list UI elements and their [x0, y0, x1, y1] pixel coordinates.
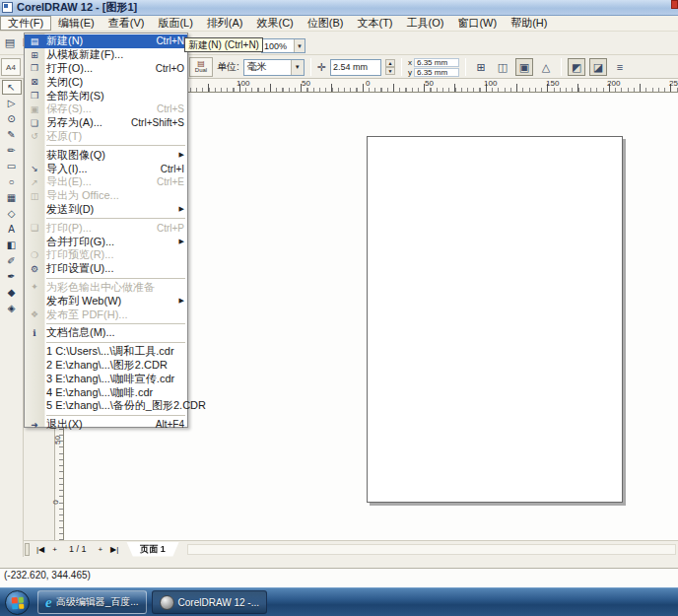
menu-item-label: 3 E:\zhang\...\咖啡宣传.cdr [44, 372, 184, 386]
splitter-handle[interactable] [25, 543, 30, 556]
smart-drawing-tool[interactable]: ✏ [2, 143, 22, 158]
duplicate-x-field[interactable]: 6.35 mm [414, 58, 459, 67]
new-document-icon[interactable]: ▤ [1, 34, 19, 51]
menu-item-recent-file-2[interactable]: 2 E:\zhang\...\图形2.CDR [25, 359, 187, 373]
menu-item-print-merge[interactable]: 合并打印(G)... ▶ [25, 235, 187, 248]
new-button-tooltip: 新建(N) (Ctrl+N) [184, 37, 263, 52]
file-menu: ▤ 新建(N) Ctrl+N ⊞ 从模板新建(F)... ❐ 打开(O)... … [24, 33, 188, 428]
start-button[interactable] [5, 590, 30, 615]
menu-item-recent-file-5[interactable]: 5 E:\zhang\...\备份的_图形2.CDR [25, 399, 187, 413]
fill-tool[interactable]: ◆ [2, 285, 22, 300]
menu-view[interactable]: 查看(V) [102, 16, 152, 31]
menu-item-label: 从模板新建(F)... [44, 47, 184, 62]
office-icon: ◫ [25, 191, 44, 201]
menu-arrange[interactable]: 排列(A) [200, 16, 250, 31]
snap-to-guidelines-button[interactable]: ◫ [494, 58, 511, 76]
coreldraw-icon [160, 595, 174, 610]
menu-item-print-setup[interactable]: ⚙ 打印设置(U)... [25, 262, 187, 276]
taskbar-ie-button[interactable]: e 高级编辑器_百度... [37, 590, 147, 614]
menu-item-recent-file-4[interactable]: 4 E:\zhang\...\咖啡.cdr [25, 385, 187, 399]
paper-size-a4-button[interactable]: A4 [1, 58, 21, 76]
interactive-blend-tool[interactable]: ◧ [2, 238, 22, 252]
outline-tool[interactable]: ✒ [2, 269, 22, 284]
zoom-level-dropdown[interactable]: 100% ▼ [261, 38, 305, 53]
treat-as-filled-button[interactable]: ◩ [568, 58, 585, 76]
rectangle-tool[interactable]: ▭ [2, 159, 22, 173]
menu-layout[interactable]: 版面(L) [151, 16, 199, 31]
menu-item-acquire-image[interactable]: 获取图像(Q) ▶ [25, 148, 187, 162]
menu-help[interactable]: 帮助(H) [504, 16, 554, 31]
units-label: 单位: [217, 60, 239, 74]
dynamic-guides-button[interactable]: △ [537, 58, 555, 76]
duplicate-y-field[interactable]: 6.35 mm [414, 68, 459, 77]
chevron-down-icon[interactable]: ▼ [294, 39, 305, 52]
menu-item-exit[interactable]: ➜ 退出(X) Alt+F4 [25, 418, 187, 432]
menu-item-recent-file-3[interactable]: 3 E:\zhang\...\咖啡宣传.cdr [25, 372, 187, 385]
add-page-before-button[interactable]: + [48, 545, 61, 554]
menu-effects[interactable]: 效果(C) [250, 16, 301, 31]
menu-item-shortcut: Ctrl+P [149, 223, 184, 234]
interactive-fill-tool[interactable]: ◈ [2, 301, 22, 315]
snap-to-grid-button[interactable]: ⊞ [472, 58, 490, 76]
last-page-button[interactable]: ▶| [106, 545, 122, 554]
add-page-after-button[interactable]: + [94, 545, 106, 554]
save-icon: ▣ [25, 104, 44, 114]
zoom-tool[interactable]: ⊙ [2, 111, 22, 126]
template-icon: ⊞ [25, 50, 44, 60]
menu-item-shortcut: Ctrl+N [148, 35, 184, 46]
import-icon: ↘ [25, 164, 44, 173]
horizontal-scrollbar[interactable] [187, 544, 676, 555]
menu-bitmaps[interactable]: 位图(B) [301, 16, 351, 31]
taskbar-button-label: 高级编辑器_百度... [56, 595, 139, 609]
nudge-offset-field[interactable]: 2.54 mm [330, 59, 381, 76]
first-page-button[interactable]: |◀ [33, 545, 48, 554]
menu-item-close[interactable]: ⊠ 关闭(C) [25, 75, 187, 89]
freehand-tool[interactable]: ✎ [2, 127, 22, 142]
taskbar-coreldraw-button[interactable]: CorelDRAW 12 -... [152, 590, 267, 614]
menu-item-label: 打开(O)... [44, 61, 148, 76]
nudge-offset-stepper[interactable]: ▲ ▼ [385, 59, 395, 75]
menu-item-label: 还原(T) [44, 129, 184, 144]
menu-item-close-all[interactable]: ❒ 全部关闭(S) [25, 89, 187, 103]
taskbar: e 高级编辑器_百度... CorelDRAW 12 -... [0, 587, 678, 616]
graph-paper-tool[interactable]: ▦ [2, 190, 22, 205]
title-bar: CorelDRAW 12 - [图形1] [0, 0, 678, 16]
text-tool[interactable]: A [2, 222, 22, 237]
spin-down-icon[interactable]: ▼ [385, 67, 395, 75]
document-page[interactable] [367, 136, 623, 503]
marquee-select-button[interactable]: ◪ [589, 58, 607, 76]
chevron-down-icon[interactable]: ▼ [291, 60, 304, 75]
print-setup-icon: ⚙ [25, 264, 44, 274]
menu-item-import[interactable]: ↘ 导入(I)... Ctrl+I [25, 162, 187, 175]
menu-item-shortcut: Ctrl+I [153, 164, 184, 174]
menu-item-open[interactable]: ❐ 打开(O)... Ctrl+O [25, 62, 187, 76]
menu-edit[interactable]: 编辑(E) [51, 16, 102, 31]
nudge-offset-icon: ✛ [317, 61, 326, 74]
spin-up-icon[interactable]: ▲ [385, 59, 395, 67]
menu-item-publish-to-web[interactable]: 发布到 Web(W) ▶ [25, 294, 187, 308]
perfect-shapes-tool[interactable]: ◇ [2, 206, 22, 221]
exit-icon: ➜ [25, 420, 44, 430]
menu-file[interactable]: 文件(F) [0, 16, 51, 31]
ellipse-tool[interactable]: ○ [2, 174, 22, 189]
close-icon[interactable] [671, 0, 678, 9]
menu-item-recent-file-1[interactable]: 1 C:\Users\...\调和工具.cdr [25, 345, 187, 359]
menu-item-new-from-template[interactable]: ⊞ 从模板新建(F)... [25, 48, 187, 62]
units-dropdown[interactable]: 毫米 ▼ [243, 59, 305, 76]
menu-text[interactable]: 文本(T) [350, 16, 399, 31]
menu-item-label: 打印预览(R)... [44, 247, 184, 262]
dual-pages-button[interactable]: ▤ Dual [189, 57, 213, 77]
menu-item-new[interactable]: ▤ 新建(N) Ctrl+N [25, 34, 187, 48]
menu-item-document-info[interactable]: ℹ 文档信息(M)... [25, 326, 187, 340]
page-tab[interactable]: 页面 1 [126, 542, 179, 557]
menu-item-save-as[interactable]: ❏ 另存为(A)... Ctrl+Shift+S [25, 116, 187, 130]
menu-tools[interactable]: 工具(O) [400, 16, 451, 31]
options-button[interactable]: ≡ [611, 58, 629, 76]
menu-window[interactable]: 窗口(W) [450, 16, 504, 31]
menu-item-send-to[interactable]: 发送到(D) ▶ [25, 203, 187, 217]
eyedropper-tool[interactable]: ✐ [2, 253, 22, 268]
shape-tool[interactable]: ▷ [2, 96, 22, 110]
snap-to-objects-button[interactable]: ▣ [515, 58, 533, 76]
pick-tool[interactable]: ↖ [2, 80, 22, 95]
close-all-icon: ❒ [25, 91, 44, 101]
